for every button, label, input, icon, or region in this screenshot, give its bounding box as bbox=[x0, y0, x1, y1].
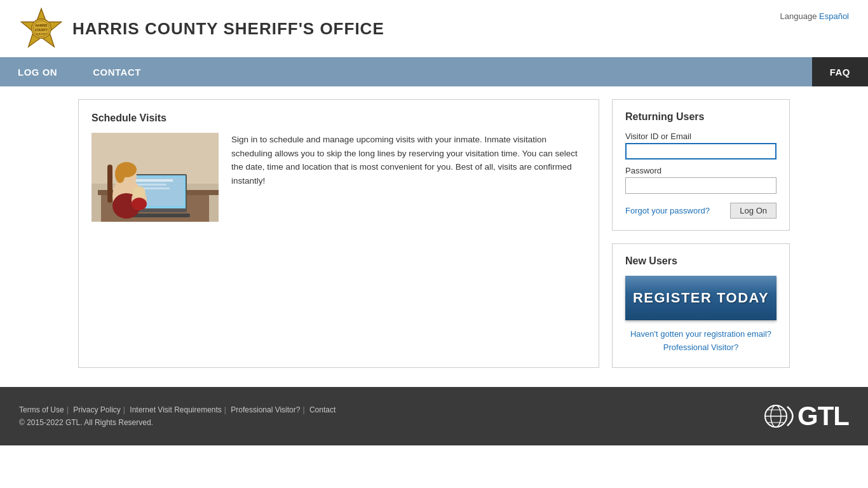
footer-contact-link[interactable]: Contact bbox=[309, 405, 336, 414]
forgot-password-link[interactable]: Forgot your password? bbox=[625, 206, 710, 215]
site-title: HARRIS COUNTY SHERIFF'S OFFICE bbox=[72, 19, 384, 39]
right-sidebar: Returning Users Visitor ID or Email Pass… bbox=[612, 99, 790, 368]
logon-button[interactable]: Log On bbox=[730, 203, 776, 219]
gtl-logo: GTL bbox=[763, 401, 849, 431]
svg-point-24 bbox=[132, 198, 147, 210]
forgot-row: Forgot your password? Log On bbox=[625, 203, 776, 219]
visitor-id-input[interactable] bbox=[625, 143, 776, 159]
password-input[interactable] bbox=[625, 177, 776, 194]
password-label: Password bbox=[625, 166, 776, 175]
schedule-image bbox=[92, 133, 219, 222]
returning-users-title: Returning Users bbox=[625, 111, 776, 123]
svg-text:HARRIS: HARRIS bbox=[36, 24, 48, 27]
main-content: Schedule Visits bbox=[59, 86, 809, 381]
nav-contact[interactable]: CONTACT bbox=[75, 57, 159, 86]
returning-users-panel: Returning Users Visitor ID or Email Pass… bbox=[612, 99, 790, 231]
svg-point-21 bbox=[115, 165, 125, 183]
language-selector: Language Español bbox=[780, 6, 849, 21]
footer-privacy-link[interactable]: Privacy Policy bbox=[73, 405, 121, 414]
schedule-content: Sign in to schedule and manage upcoming … bbox=[92, 133, 586, 222]
visitor-image bbox=[92, 133, 219, 222]
sheriff-badge-icon: HARRIS COUNTY SHERIFF bbox=[19, 6, 64, 51]
register-today-button[interactable]: REGISTER TODAY bbox=[625, 276, 776, 320]
new-users-title: New Users bbox=[625, 255, 776, 267]
footer-copyright: © 2015-2022 GTL. All Rights Reserved. bbox=[19, 418, 336, 427]
footer-links: Terms of Use| Privacy Policy| Internet V… bbox=[19, 405, 336, 414]
svg-point-23 bbox=[133, 186, 146, 199]
visitor-id-label: Visitor ID or Email bbox=[625, 132, 776, 141]
professional-visitor-link[interactable]: Professional Visitor? bbox=[625, 342, 776, 352]
svg-rect-14 bbox=[135, 184, 166, 186]
schedule-title: Schedule Visits bbox=[92, 112, 586, 124]
footer-visit-req-link[interactable]: Internet Visit Requirements bbox=[130, 405, 222, 414]
header-branding: HARRIS COUNTY SHERIFF HARRIS COUNTY SHER… bbox=[19, 6, 384, 51]
schedule-description: Sign in to schedule and manage upcoming … bbox=[231, 133, 586, 187]
footer-left: Terms of Use| Privacy Policy| Internet V… bbox=[19, 405, 336, 427]
footer-professional-link[interactable]: Professional Visitor? bbox=[231, 405, 300, 414]
nav-faq[interactable]: FAQ bbox=[812, 57, 868, 86]
espanol-link[interactable]: Español bbox=[819, 11, 849, 21]
footer-terms-link[interactable]: Terms of Use bbox=[19, 405, 64, 414]
svg-rect-13 bbox=[135, 179, 173, 182]
svg-text:SHERIFF: SHERIFF bbox=[36, 32, 47, 36]
no-registration-email-link[interactable]: Haven't gotten your registration email? bbox=[625, 329, 776, 339]
nav-logon[interactable]: LOG ON bbox=[0, 57, 75, 86]
new-users-panel: New Users REGISTER TODAY Haven't gotten … bbox=[612, 243, 790, 368]
language-label: Language bbox=[780, 11, 817, 21]
schedule-visits-panel: Schedule Visits bbox=[78, 99, 599, 368]
gtl-brand-text: GTL bbox=[797, 401, 849, 431]
page-footer: Terms of Use| Privacy Policy| Internet V… bbox=[0, 387, 868, 445]
svg-text:COUNTY: COUNTY bbox=[35, 29, 48, 32]
gtl-icon bbox=[763, 403, 795, 429]
main-navigation: LOG ON CONTACT FAQ bbox=[0, 57, 868, 86]
page-header: HARRIS COUNTY SHERIFF HARRIS COUNTY SHER… bbox=[0, 0, 868, 57]
svg-rect-25 bbox=[107, 165, 112, 203]
